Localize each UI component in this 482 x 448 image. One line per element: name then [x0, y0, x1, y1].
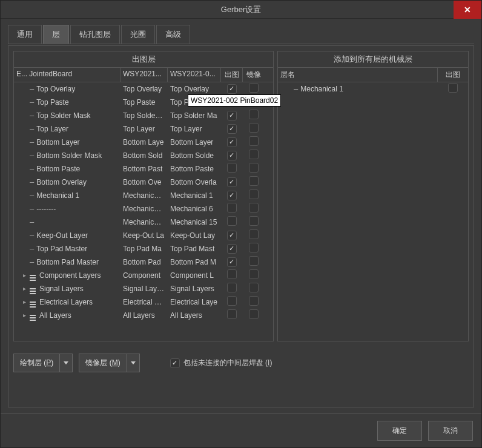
- plot-checkbox[interactable]: [227, 231, 237, 240]
- cell-board2: Component L: [168, 270, 221, 281]
- plot-checkbox[interactable]: [448, 83, 458, 93]
- col-layer-name[interactable]: 层名: [278, 68, 438, 82]
- layer-name: Top Pad Master: [36, 245, 87, 253]
- cancel-button[interactable]: 取消: [428, 421, 473, 441]
- cell-board1: Mechanical 6: [120, 203, 168, 214]
- col-extension[interactable]: E... JointedBoard: [14, 68, 120, 82]
- plot-checkbox[interactable]: [227, 216, 237, 226]
- mirror-checkbox[interactable]: [249, 176, 259, 186]
- mirror-checkbox[interactable]: [249, 163, 259, 173]
- cell-board2: Top Solder Ma: [168, 110, 221, 121]
- mirror-layer-dropdown[interactable]: [127, 354, 140, 372]
- table-row[interactable]: ▸All LayersAll LayersAll Layers: [14, 309, 273, 322]
- plot-checkbox[interactable]: [227, 191, 237, 200]
- layer-name: Mechanical 1: [36, 191, 79, 200]
- table-row[interactable]: —Top Pad MasterTop Pad MaTop Pad Mast: [14, 242, 273, 255]
- plot-checkbox[interactable]: [227, 84, 237, 94]
- mirror-checkbox[interactable]: [249, 309, 259, 319]
- close-button[interactable]: ✕: [454, 1, 481, 19]
- mirror-checkbox[interactable]: [249, 189, 259, 199]
- tab-aperture[interactable]: 光圈: [121, 25, 155, 44]
- mirror-layer-button[interactable]: 镜像层 (M): [79, 354, 127, 372]
- table-row[interactable]: ▸Component LayersComponentComponent L: [14, 269, 273, 282]
- table-row[interactable]: —Keep-Out LayerKeep-Out LaKeep-Out Lay: [14, 229, 273, 242]
- ok-button[interactable]: 确定: [377, 421, 422, 441]
- col-mirror[interactable]: 镜像: [243, 68, 265, 82]
- plot-checkbox[interactable]: [227, 296, 237, 306]
- table-row[interactable]: —Mechanical 1Mechanical 1Mechanical 1: [14, 189, 273, 202]
- mirror-checkbox[interactable]: [249, 83, 259, 93]
- plot-checkbox[interactable]: [227, 151, 237, 160]
- plot-checkbox[interactable]: [227, 257, 237, 267]
- mirror-checkbox[interactable]: [249, 110, 259, 119]
- table-row[interactable]: —Top OverlayTop OverlayTop Overlay: [14, 82, 273, 96]
- tab-advanced[interactable]: 高级: [156, 25, 190, 44]
- mirror-checkbox[interactable]: [249, 216, 259, 226]
- plot-checkbox[interactable]: [227, 163, 237, 173]
- layer-icon: —: [30, 178, 34, 186]
- mirror-checkbox[interactable]: [249, 123, 259, 133]
- table-row[interactable]: —--------Mechanical 6Mechanical 6: [14, 202, 273, 216]
- plot-checkbox[interactable]: [227, 111, 237, 120]
- table-row[interactable]: —Bottom OverlayBottom OveBottom Overla: [14, 176, 273, 189]
- group-icon: [30, 311, 37, 320]
- mirror-checkbox[interactable]: [249, 203, 259, 212]
- table-row[interactable]: —Top LayerTop LayerTop Layer: [14, 122, 273, 136]
- expander-icon[interactable]: ▸: [21, 312, 27, 318]
- plot-checkbox[interactable]: [227, 203, 237, 212]
- mechanical-layers-body[interactable]: —Mechanical 1: [278, 82, 468, 341]
- cell-board1: Mechanical 1: [120, 190, 168, 201]
- col-board2[interactable]: WSY2021-0...: [168, 68, 221, 82]
- cell-board1: Top Paste: [120, 97, 168, 108]
- col-layer-plot[interactable]: 出图: [438, 68, 468, 82]
- layer-name: Top Overlay: [36, 85, 75, 93]
- plot-checkbox[interactable]: [227, 309, 237, 319]
- expander-icon[interactable]: ▸: [21, 298, 27, 305]
- layer-name: Component Layers: [39, 271, 101, 280]
- tab-drill[interactable]: 钻孔图层: [70, 25, 120, 44]
- include-unconnected-check[interactable]: 包括未连接的中间层焊盘 (I): [170, 358, 272, 368]
- tab-bar: 通用 层 钻孔图层 光圈 高级: [8, 25, 474, 44]
- mirror-checkbox[interactable]: [249, 283, 259, 292]
- tab-layers[interactable]: 层: [43, 25, 69, 44]
- col-plot[interactable]: 出图: [221, 68, 243, 82]
- cell-board1: Bottom Sold: [120, 150, 168, 161]
- table-row[interactable]: —Top Solder MaskTop Solder MTop Solder M…: [14, 109, 273, 122]
- cell-board2: Bottom Overla: [168, 177, 221, 188]
- cell-board1: Component: [120, 270, 168, 281]
- expander-icon[interactable]: ▸: [21, 285, 27, 292]
- mirror-checkbox[interactable]: [249, 136, 259, 146]
- mirror-checkbox[interactable]: [249, 256, 259, 266]
- table-row[interactable]: —Bottom LayerBottom LayeBottom Layer: [14, 136, 273, 149]
- table-row[interactable]: ▸Electrical LayersElectrical LayElectric…: [14, 295, 273, 309]
- mirror-checkbox[interactable]: [249, 243, 259, 252]
- mirror-checkbox[interactable]: [249, 269, 259, 279]
- plot-checkbox[interactable]: [227, 177, 237, 187]
- plot-checkbox[interactable]: [227, 269, 237, 279]
- mirror-checkbox[interactable]: [249, 150, 259, 159]
- mirror-checkbox[interactable]: [249, 229, 259, 239]
- cell-board2: Signal Layers: [168, 283, 221, 294]
- table-row[interactable]: —Mechanical 1Mechanical 15: [14, 216, 273, 229]
- tab-general[interactable]: 通用: [8, 25, 42, 44]
- table-row[interactable]: ▸Signal LayersSignal LayersSignal Layers: [14, 282, 273, 295]
- mirror-layer-button-group: 镜像层 (M): [79, 354, 139, 372]
- col-board1[interactable]: WSY2021...: [120, 68, 168, 82]
- mirror-checkbox[interactable]: [249, 296, 259, 306]
- plot-checkbox[interactable]: [227, 137, 237, 147]
- plot-layers-title: 出图层: [14, 51, 273, 68]
- plot-layer-button[interactable]: 绘制层 (P): [13, 354, 60, 372]
- table-row[interactable]: —Bottom Solder MaskBottom SoldBottom Sol…: [14, 149, 273, 162]
- table-row[interactable]: —Bottom Pad MasterBottom PadBottom Pad M: [14, 255, 273, 269]
- table-row[interactable]: —Bottom PasteBottom PastBottom Paste: [14, 162, 273, 176]
- plot-checkbox[interactable]: [227, 283, 237, 292]
- plot-layer-dropdown[interactable]: [60, 354, 73, 372]
- table-row[interactable]: —Mechanical 1: [278, 82, 468, 96]
- plot-checkbox[interactable]: [227, 124, 237, 134]
- plot-checkbox[interactable]: [227, 244, 237, 254]
- cell-board1: Bottom Past: [120, 163, 168, 174]
- expander-icon[interactable]: ▸: [21, 272, 27, 278]
- plot-layer-button-group: 绘制层 (P): [13, 354, 73, 372]
- cell-board1: Signal Layers: [120, 283, 168, 294]
- plot-layers-body[interactable]: —Top OverlayTop OverlayTop Overlay—Top P…: [14, 82, 273, 341]
